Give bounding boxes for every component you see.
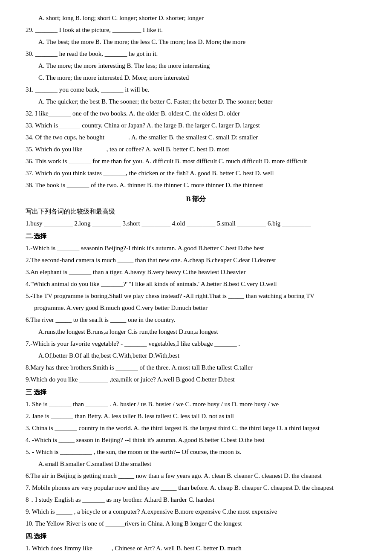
s2-line-4: 4."Which animal do you like _______?""I … xyxy=(26,279,366,289)
line-38: 38. The book is _______ of the two. A. t… xyxy=(26,180,366,190)
section-b-title: B 部分 xyxy=(26,194,366,205)
s2-line-2: 2.The second-hand camera is much _____ t… xyxy=(26,255,366,265)
line-34: 34. Of the two cups, he bought _______. … xyxy=(26,132,366,142)
s3-line-6: A.small B.smaller C.smallest D.the small… xyxy=(26,459,366,469)
s2-line-5: 5.-The TV programme is boring.Shall we p… xyxy=(26,291,366,301)
section-3-title: 三 选择 xyxy=(26,387,366,397)
line-33: 33. Which is_______ country, China or Ja… xyxy=(26,120,366,130)
line-37: 37. Which do you think tastes _______, t… xyxy=(26,168,366,178)
s3-line-7: 6.The air in Beijing is getting much ___… xyxy=(26,471,366,481)
line-30-optionC: C. The more; the more interested D. More… xyxy=(26,72,366,83)
s2-line-3: 3.An elephant is _______ than a tiger. A… xyxy=(26,267,366,277)
s2-line-1: 1.-Which is _______ seasonin Beijing?-I … xyxy=(26,243,366,253)
section-b-subtitle: 写出下列各词的比较级和最高级 xyxy=(26,206,366,217)
s2-line-10: A.Of,better B.Of all the,best C.With,bet… xyxy=(26,350,366,361)
s3-line-9: 8．I study English as _______ as my broth… xyxy=(26,494,366,505)
s3-line-10: 9. Which is _____ , a bicycle or a compu… xyxy=(26,506,366,517)
line-35: 35. Which do you like _______, tea or co… xyxy=(26,144,366,154)
s3-line-4: 4. -Which is _____ season in Beijing? --… xyxy=(26,435,366,445)
line-30: 30. _______ he read the book, _______ he… xyxy=(26,49,366,59)
s2-line-6: programme. A.very good B.much good C.ver… xyxy=(26,303,366,313)
s3-line-11: 10. The Yellow River is one of ______riv… xyxy=(26,518,366,529)
s2-line-8: A.runs,the longest B.runs,a longer C.is … xyxy=(26,327,366,337)
line-30-optionA: A. The more; the more interesting B. The… xyxy=(26,61,366,71)
page-content: A. short; long B. long; short C. longer;… xyxy=(26,13,366,555)
s3-line-1: 1. She is _______ than _______ . A. busi… xyxy=(26,399,366,409)
line-29: 29. _______ I look at the picture, _____… xyxy=(26,25,366,35)
line-options-28: A. short; long B. long; short C. longer;… xyxy=(26,13,366,23)
s3-line-2: 2. Jane is _______ than Betty. A. less t… xyxy=(26,411,366,421)
s2-line-7: 6.The river _____ to the sea.It is _____… xyxy=(26,315,366,325)
line-32: 32. I like_______ one of the two books. … xyxy=(26,108,366,119)
s3-line-3: 3. China is _______ country in the world… xyxy=(26,423,366,433)
s3-line-8: 7. Mobile phones are very popular now an… xyxy=(26,483,366,493)
line-31: 31. _______ you come back, _______ it wi… xyxy=(26,84,366,95)
section-2-title: 二.选择 xyxy=(26,231,366,241)
s4-line-1: 1. Which does Jimmy like _____ , Chinese… xyxy=(26,543,366,553)
line-31-options: A. The quicker; the best B. The sooner; … xyxy=(26,96,366,107)
s2-line-11: 8.Mary has three brothers.Smith is _____… xyxy=(26,362,366,373)
line-36: 36. This work is _______ for me than for… xyxy=(26,156,366,166)
s2-line-9: 7.-Which is your favorite vegetable? - _… xyxy=(26,338,366,349)
line-29-options: A. The best; the more B. The more; the l… xyxy=(26,37,366,47)
section-4-title: 四.选择 xyxy=(26,531,366,541)
section-b-line1: 1.busy _________ 2.long _________ 3.shor… xyxy=(26,218,366,228)
s2-line-12: 9.Which do you like _________ ,tea,milk … xyxy=(26,374,366,384)
s3-line-5: 5. - Which is __________ , the sun, the … xyxy=(26,447,366,457)
